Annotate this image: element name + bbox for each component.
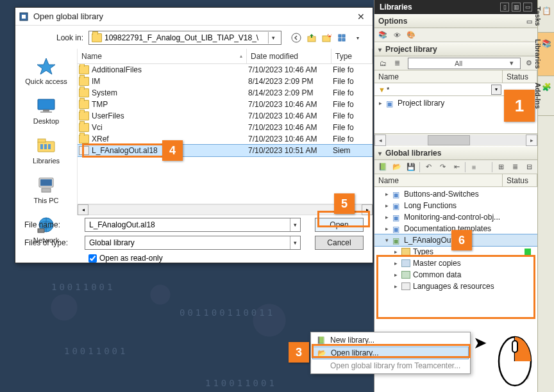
panel-layout1-icon[interactable]: ▯ (500, 3, 509, 12)
eye-icon[interactable]: 👁 (391, 29, 403, 41)
expand-icon[interactable]: ▾ (383, 237, 390, 243)
file-name-combo[interactable]: ▾ (85, 218, 301, 232)
tree-item[interactable]: ▸Common data (374, 269, 537, 281)
mouse-icon (498, 329, 532, 387)
side-tab-tasks[interactable]: 📋Tasks (538, 0, 554, 33)
name-column[interactable]: Name (374, 174, 503, 186)
tree-item[interactable]: ▸Master copies (374, 257, 537, 269)
options-section[interactable]: Options ▭ (374, 14, 537, 28)
nav-up-icon[interactable] (306, 32, 317, 44)
menu-item[interactable]: 📂Open library... (312, 347, 469, 359)
file-row[interactable]: AdditionalFiles7/10/2023 10:46 AMFile fo (78, 64, 373, 76)
status-column[interactable]: Status (503, 174, 537, 186)
file-row[interactable]: Vci7/10/2023 10:46 AMFile fo (78, 122, 373, 133)
place-this-pc[interactable]: This PC (20, 172, 72, 210)
scroll-left-icon[interactable]: ◂ (374, 135, 386, 146)
expand-icon[interactable]: ▸ (392, 260, 399, 266)
file-row[interactable]: UserFiles7/10/2023 10:46 AMFile fo (78, 110, 373, 122)
list-icon[interactable]: ≣ (391, 58, 403, 69)
file-name-label: File name: (24, 220, 78, 229)
nav-newfolder-icon[interactable]: ★ (321, 32, 333, 44)
palette-icon[interactable]: 🎨 (405, 29, 417, 41)
expand-icon[interactable]: ▸ (383, 214, 390, 220)
options-tool-icon[interactable]: ▭ (525, 17, 533, 26)
open-lib-icon[interactable]: 📂 (391, 161, 403, 173)
col-name[interactable]: Name▴ (78, 49, 247, 63)
blank-icon (316, 361, 326, 371)
database-icon[interactable]: ≡ (468, 161, 480, 173)
col-type[interactable]: Type (332, 49, 373, 63)
tree-item[interactable]: ▸▣Long Functions (374, 200, 537, 211)
scroll-right-icon[interactable]: ▸ (526, 135, 537, 146)
svg-rect-14 (40, 111, 52, 113)
callout-4: 4 (162, 140, 183, 161)
chevron-down-icon[interactable]: ▾ (378, 46, 382, 53)
tree-item[interactable]: ▸▣Monitoring-and-control-obj... (374, 211, 537, 223)
redo-icon[interactable]: ↷ (437, 161, 448, 173)
list2-icon[interactable]: ≣ (509, 161, 521, 173)
chevron-down-icon[interactable]: ▾ (290, 218, 300, 231)
project-library-section[interactable]: ▾ Project library (374, 42, 537, 56)
nav-views-icon[interactable] (337, 32, 348, 44)
menu-item[interactable]: 📗New library... (312, 334, 469, 347)
expand-icon[interactable]: ▸ (392, 272, 399, 278)
expand-icon[interactable]: ▸ (377, 100, 383, 106)
project-scrollbar[interactable]: ◂ ▸ (374, 133, 537, 146)
place-quick-access[interactable]: Quick access (20, 53, 72, 91)
filter-all-combo[interactable]: All ▾ (408, 58, 521, 69)
gear-icon[interactable]: ⚙ (523, 58, 535, 69)
file-row[interactable]: System8/14/2023 2:09 PMFile fo (78, 87, 373, 99)
tree-item[interactable]: ▸Languages & resources (374, 281, 537, 292)
open-read-only-checkbox[interactable] (88, 254, 97, 263)
options-toolbar: 📚 👁 🎨 (374, 28, 537, 42)
file-row[interactable]: TMP7/10/2023 10:46 AMFile fo (78, 99, 373, 110)
tree-item[interactable]: ▸▣Buttons-and-Switches (374, 188, 537, 200)
horizontal-scrollbar[interactable]: ◂ ▸ (78, 204, 373, 215)
expand-icon[interactable]: ▸ (383, 202, 390, 209)
place-desktop[interactable]: Desktop (20, 92, 72, 131)
col-date[interactable]: Date modified (247, 49, 332, 63)
look-in-combo[interactable]: 109822791_F_Analog_Out_LIB_TIAP_V18_\ ▾ (88, 31, 281, 45)
chevron-down-icon[interactable]: ▾ (268, 32, 278, 44)
global-libraries-section[interactable]: ▾ Global libraries (374, 146, 537, 160)
collapse-icon[interactable]: ⊟ (523, 161, 535, 173)
new-lib-icon[interactable]: 📗 (377, 161, 389, 173)
expand-icon[interactable]: ▸ (383, 191, 390, 197)
expand-icon[interactable]: ▸ (392, 249, 399, 255)
folder-icon (79, 100, 89, 109)
tree-icon[interactable]: 🗂 (377, 58, 389, 69)
close-icon[interactable]: ✕ (352, 9, 370, 24)
library-view-icon[interactable]: 📚 (377, 29, 389, 41)
svg-rect-19 (48, 144, 51, 149)
panel-layout2-icon[interactable]: ▥ (512, 3, 521, 12)
scroll-left-icon[interactable]: ◂ (78, 204, 88, 215)
open-button[interactable]: Open (315, 218, 364, 232)
expand-icon[interactable]: ▸ (392, 283, 399, 290)
import-icon[interactable]: ⇤ (451, 161, 462, 173)
file-row[interactable]: L_FAnalogOut.al187/10/2023 10:51 AMSiem (78, 145, 373, 156)
undo-icon[interactable]: ↶ (423, 161, 434, 173)
view-dropdown-icon[interactable]: ▾ (352, 32, 364, 44)
cancel-button[interactable]: Cancel (315, 236, 364, 250)
scroll-right-icon[interactable]: ▸ (362, 204, 373, 215)
files-of-type-combo[interactable]: ▾ (85, 236, 301, 250)
save-lib-icon[interactable]: 💾 (405, 161, 417, 173)
new-icon: 📗 (316, 335, 326, 345)
files-of-type-input[interactable] (89, 238, 296, 247)
file-row[interactable]: IM8/14/2023 2:09 PMFile fo (78, 76, 373, 87)
nav-back-icon[interactable] (290, 32, 302, 44)
chevron-down-icon[interactable]: ▾ (491, 85, 501, 95)
panel-layout3-icon[interactable]: ▭ (523, 3, 532, 12)
status-column[interactable]: Status (503, 70, 537, 83)
chevron-down-icon[interactable]: ▾ (506, 58, 517, 69)
side-tab-libraries[interactable]: 📚Libraries (538, 33, 554, 76)
file-name-input[interactable] (89, 220, 296, 229)
name-column[interactable]: Name (374, 70, 503, 83)
file-row[interactable]: XRef7/10/2023 10:46 AMFile fo (78, 133, 373, 145)
chevron-down-icon[interactable]: ▾ (290, 236, 300, 249)
place-libraries[interactable]: Libraries (20, 132, 72, 170)
chevron-down-icon[interactable]: ▾ (378, 150, 382, 157)
side-tab-add-ins[interactable]: 🧩Add-Ins (538, 76, 554, 116)
expand-icon[interactable]: ▸ (383, 225, 390, 232)
expand-icon[interactable]: ⊞ (495, 161, 507, 173)
